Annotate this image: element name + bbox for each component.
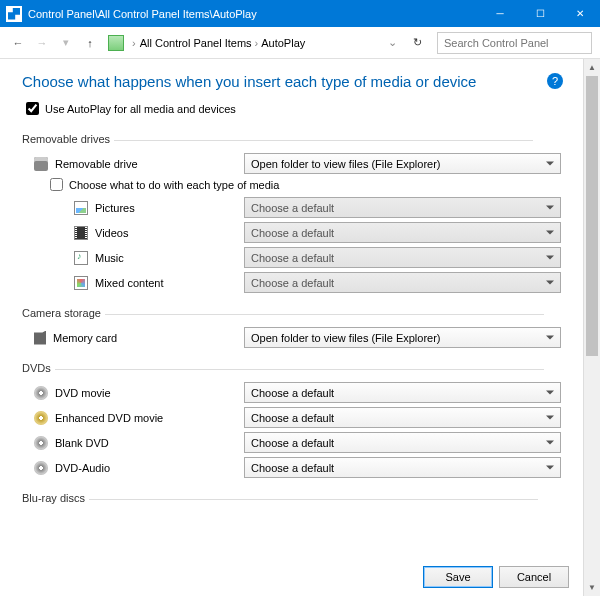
navbar: ← → ▾ ↑ › All Control Panel Items › Auto… — [0, 27, 600, 59]
removable-drive-label: Removable drive — [55, 158, 138, 170]
drive-icon — [34, 157, 48, 171]
help-icon[interactable]: ? — [547, 73, 563, 89]
enhanced-dvd-select[interactable]: Choose a default — [244, 407, 561, 428]
section-camera-storage: Camera storage — [22, 307, 561, 319]
minimize-button[interactable]: ─ — [480, 0, 520, 27]
forward-button[interactable]: → — [32, 37, 52, 49]
cancel-button[interactable]: Cancel — [499, 566, 569, 588]
mixed-label: Mixed content — [95, 277, 163, 289]
footer-buttons: Save Cancel — [423, 566, 569, 588]
blank-dvd-select[interactable]: Choose a default — [244, 432, 561, 453]
back-button[interactable]: ← — [8, 37, 28, 49]
pictures-select[interactable]: Choose a default — [244, 197, 561, 218]
refresh-button[interactable]: ↻ — [407, 36, 427, 49]
scroll-down-button[interactable]: ▼ — [584, 579, 600, 596]
search-input[interactable] — [437, 32, 592, 54]
memory-card-icon — [34, 331, 46, 345]
choose-each-type-label: Choose what to do with each type of medi… — [69, 179, 279, 191]
location-icon — [108, 35, 124, 51]
vertical-scrollbar[interactable]: ▲ ▼ — [583, 59, 600, 596]
dvd-movie-select[interactable]: Choose a default — [244, 382, 561, 403]
dvd-audio-select[interactable]: Choose a default — [244, 457, 561, 478]
save-button[interactable]: Save — [423, 566, 493, 588]
breadcrumb: All Control Panel Items › AutoPlay — [140, 37, 384, 49]
section-dvds: DVDs — [22, 362, 561, 374]
window-title: Control Panel\All Control Panel Items\Au… — [28, 8, 480, 20]
scroll-thumb[interactable] — [586, 76, 598, 356]
close-button[interactable]: ✕ — [560, 0, 600, 27]
choose-each-type-checkbox[interactable] — [50, 178, 63, 191]
videos-label: Videos — [95, 227, 128, 239]
up-button[interactable]: ↑ — [80, 37, 100, 49]
breadcrumb-autoplay[interactable]: AutoPlay — [261, 37, 305, 49]
scroll-up-button[interactable]: ▲ — [584, 59, 600, 76]
dvd-movie-label: DVD movie — [55, 387, 111, 399]
dvd-audio-label: DVD-Audio — [55, 462, 110, 474]
recent-dropdown[interactable]: ▾ — [56, 36, 76, 49]
enhanced-dvd-label: Enhanced DVD movie — [55, 412, 163, 424]
section-bluray: Blu-ray discs — [22, 492, 561, 504]
videos-select[interactable]: Choose a default — [244, 222, 561, 243]
blank-dvd-label: Blank DVD — [55, 437, 109, 449]
blank-dvd-icon — [34, 436, 48, 450]
titlebar: Control Panel\All Control Panel Items\Au… — [0, 0, 600, 27]
music-icon — [74, 251, 88, 265]
pictures-label: Pictures — [95, 202, 135, 214]
breadcrumb-all-items[interactable]: All Control Panel Items — [140, 37, 252, 49]
mixed-select[interactable]: Choose a default — [244, 272, 561, 293]
enhanced-dvd-icon — [34, 411, 48, 425]
removable-drive-select[interactable]: Open folder to view files (File Explorer… — [244, 153, 561, 174]
use-autoplay-checkbox[interactable] — [26, 102, 39, 115]
use-autoplay-checkbox-row[interactable]: Use AutoPlay for all media and devices — [26, 102, 561, 115]
use-autoplay-label: Use AutoPlay for all media and devices — [45, 103, 236, 115]
page-title: Choose what happens when you insert each… — [22, 73, 561, 90]
dvd-movie-icon — [34, 386, 48, 400]
choose-each-type-row[interactable]: Choose what to do with each type of medi… — [50, 178, 561, 191]
music-label: Music — [95, 252, 124, 264]
dvd-audio-icon — [34, 461, 48, 475]
chevron-right-icon[interactable]: › — [132, 37, 136, 49]
mixed-icon — [74, 276, 88, 290]
maximize-button[interactable]: ☐ — [520, 0, 560, 27]
chevron-right-icon[interactable]: › — [255, 37, 259, 49]
control-panel-icon — [6, 6, 22, 22]
memory-card-label: Memory card — [53, 332, 117, 344]
pictures-icon — [74, 201, 88, 215]
memory-card-select[interactable]: Open folder to view files (File Explorer… — [244, 327, 561, 348]
address-dropdown[interactable]: ⌄ — [388, 36, 397, 49]
music-select[interactable]: Choose a default — [244, 247, 561, 268]
videos-icon — [74, 226, 88, 240]
section-removable-drives: Removable drives — [22, 133, 561, 145]
